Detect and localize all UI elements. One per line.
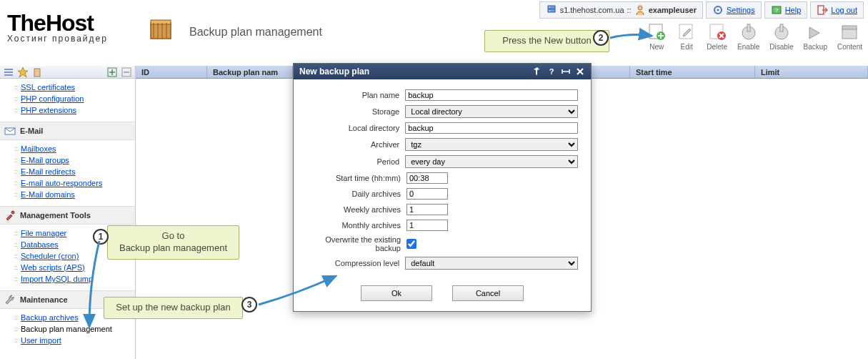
mail-icon xyxy=(4,125,16,137)
weekly-input[interactable] xyxy=(406,204,448,215)
daily-input[interactable] xyxy=(406,188,448,200)
delete-label: Delete xyxy=(707,43,727,51)
archiver-select[interactable]: tgz xyxy=(405,138,578,151)
localdir-input[interactable] xyxy=(405,122,578,134)
enable-label: Enable xyxy=(737,43,759,51)
new-icon xyxy=(647,21,667,41)
backup-label: Backup xyxy=(804,43,827,51)
callout-1-line1: Go to xyxy=(162,230,185,241)
nav-item[interactable]: ::E-Mail redirects xyxy=(14,166,135,177)
page-title: Backup plan management xyxy=(189,26,322,39)
weekly-label: Weekly archives xyxy=(306,205,406,214)
col-name[interactable]: Backup plan nam xyxy=(207,66,293,78)
nav-item[interactable]: ::E-Mail groups xyxy=(14,154,135,166)
enable-icon xyxy=(739,21,759,41)
help-link[interactable]: Help xyxy=(785,6,802,14)
nav-item[interactable]: ::User import xyxy=(14,335,135,346)
edit-button[interactable]: Edit xyxy=(677,21,697,51)
logout-link[interactable]: Log out xyxy=(831,6,857,14)
col-start[interactable]: Start time xyxy=(630,66,755,78)
delete-icon xyxy=(707,21,727,41)
ok-button[interactable]: Ok xyxy=(361,285,432,301)
enable-button[interactable]: Enable xyxy=(737,21,759,51)
star-icon[interactable] xyxy=(17,67,29,78)
col-id[interactable]: ID xyxy=(136,66,207,78)
list-icon[interactable] xyxy=(3,67,14,78)
compression-label: Compression level xyxy=(306,259,405,267)
action-toolbar: New Edit Delete Enable Disable Backup Co… xyxy=(647,21,862,51)
overwrite-checkbox[interactable] xyxy=(406,239,416,249)
overwrite-label: Overwrite the existing backup xyxy=(306,235,406,252)
monthly-label: Monthly archives xyxy=(306,221,406,230)
plan-name-input[interactable] xyxy=(405,89,578,101)
edit-icon xyxy=(677,21,697,41)
backup-button[interactable]: Backup xyxy=(804,21,827,51)
question-icon[interactable]: ? xyxy=(547,67,557,77)
svg-point-4 xyxy=(638,6,642,10)
separator: :: xyxy=(627,6,632,14)
help-chip[interactable]: ? Help xyxy=(764,1,808,19)
starttime-input[interactable] xyxy=(406,172,448,184)
host-label: s1.thehost.com.ua xyxy=(560,6,624,14)
nav-item[interactable]: ::SSL certificates xyxy=(14,82,135,93)
svg-rect-18 xyxy=(679,24,692,39)
nav-email-items: ::Mailboxes ::E-Mail groups ::E-Mail red… xyxy=(0,140,135,206)
help-icon: ? xyxy=(771,4,782,16)
nav-item[interactable]: ::E-Mail domains xyxy=(14,189,135,200)
svg-text:?: ? xyxy=(774,7,778,14)
nav-item[interactable]: ::Import MySQL dump xyxy=(14,273,135,285)
dialog-title-text: New backup plan xyxy=(299,67,369,77)
storage-select[interactable]: Local directory xyxy=(405,105,578,118)
dialog-titlebar[interactable]: New backup plan ? xyxy=(294,64,591,79)
plus-icon[interactable] xyxy=(106,67,118,78)
new-button[interactable]: New xyxy=(647,21,667,51)
minus-icon[interactable] xyxy=(121,67,132,78)
nav-item[interactable]: ::PHP configuration xyxy=(14,93,135,104)
user-name: exampleuser xyxy=(649,6,697,14)
compression-select[interactable]: default xyxy=(405,257,578,270)
expand-icon[interactable] xyxy=(561,67,571,77)
nav-item-current[interactable]: ::Backup plan management xyxy=(14,323,135,335)
disable-button[interactable]: Disable xyxy=(769,21,793,51)
period-select[interactable]: every day xyxy=(405,155,578,168)
svg-rect-25 xyxy=(842,29,857,39)
nav-head-mgmt[interactable]: Management Tools xyxy=(0,206,135,225)
svg-point-3 xyxy=(549,10,550,11)
settings-link[interactable]: Settings xyxy=(727,6,755,14)
col-limit[interactable]: Limit xyxy=(755,66,868,78)
svg-text:?: ? xyxy=(549,67,554,76)
clipboard-icon[interactable] xyxy=(31,67,43,78)
callout-2-badge: 2 xyxy=(593,30,609,46)
content-icon xyxy=(839,21,859,41)
dialog-form: Plan name StorageLocal directory Local d… xyxy=(294,79,591,280)
callout-3-text: Set up the new backup plan xyxy=(116,302,230,313)
svg-rect-26 xyxy=(842,26,857,29)
callout-1: Go to Backup plan management xyxy=(107,225,239,260)
nav-item[interactable]: ::Web scripts (APS) xyxy=(14,262,135,273)
new-backup-plan-dialog: New backup plan ? Plan name StorageLocal… xyxy=(293,63,592,312)
edit-label: Edit xyxy=(681,43,693,51)
dialog-buttons: Ok Cancel xyxy=(294,280,591,311)
storage-label: Storage xyxy=(306,107,405,116)
svg-point-2 xyxy=(549,6,550,8)
close-icon[interactable] xyxy=(575,67,585,77)
settings-chip[interactable]: Settings xyxy=(706,1,762,19)
crate-icon xyxy=(146,13,175,41)
disable-label: Disable xyxy=(769,43,793,51)
localdir-label: Local directory xyxy=(306,124,405,132)
logout-icon xyxy=(817,4,828,16)
monthly-input[interactable] xyxy=(406,220,448,231)
nav-item[interactable]: ::PHP extensions xyxy=(14,104,135,116)
nav-item[interactable]: ::E-mail auto-responders xyxy=(14,177,135,189)
nav-item[interactable]: ::Mailboxes xyxy=(14,143,135,154)
starttime-label: Start time (hh:mm) xyxy=(306,174,406,182)
pin-icon[interactable] xyxy=(532,67,542,77)
delete-button[interactable]: Delete xyxy=(707,21,727,51)
nav-head-email[interactable]: E-Mail xyxy=(0,122,135,140)
logout-chip[interactable]: Log out xyxy=(810,1,864,19)
callout-2: Press the New button xyxy=(484,30,609,52)
tools-icon xyxy=(4,210,16,221)
cancel-button[interactable]: Cancel xyxy=(452,285,524,301)
content-button[interactable]: Content xyxy=(837,21,862,51)
svg-rect-22 xyxy=(747,24,750,31)
